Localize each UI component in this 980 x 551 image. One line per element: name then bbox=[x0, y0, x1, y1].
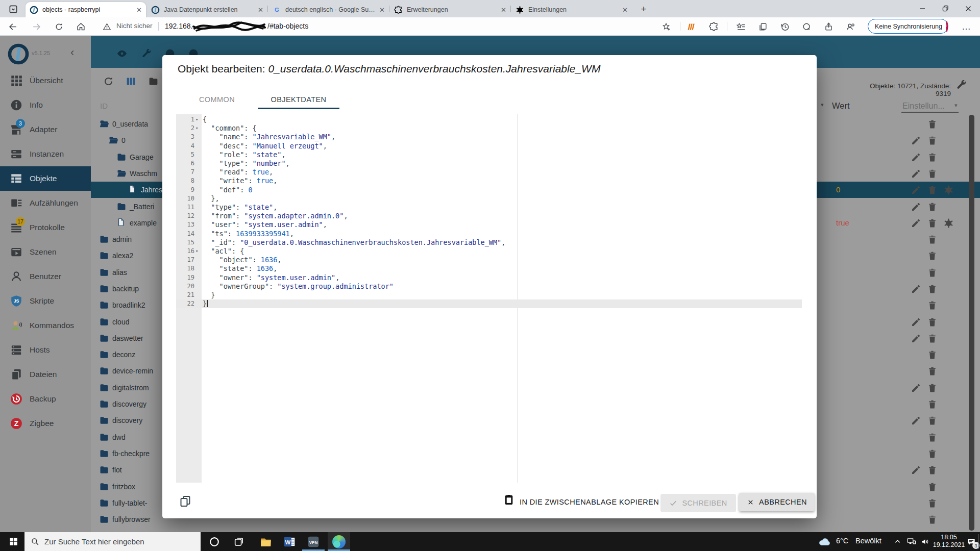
clock[interactable]: 18:05 19.12.2021 bbox=[932, 534, 966, 549]
trash-icon[interactable] bbox=[926, 447, 938, 460]
trash-icon[interactable] bbox=[926, 464, 938, 476]
security-label[interactable]: Nicht sicher bbox=[116, 22, 153, 30]
trash-icon[interactable] bbox=[926, 513, 938, 525]
sidebar-item--bersicht[interactable]: Übersicht bbox=[0, 68, 91, 93]
taskview-app[interactable] bbox=[228, 532, 250, 551]
trash-icon[interactable] bbox=[926, 497, 938, 509]
edit-icon[interactable] bbox=[910, 382, 922, 394]
back-icon[interactable] bbox=[6, 20, 19, 33]
tab-close-icon[interactable]: ✕ bbox=[258, 7, 263, 13]
edit-icon[interactable] bbox=[910, 167, 922, 180]
trash-icon[interactable] bbox=[926, 398, 938, 410]
edit-icon[interactable] bbox=[910, 414, 922, 427]
sidebar-item-adapter[interactable]: 3Adapter bbox=[0, 117, 91, 142]
copy-to-clipboard-button[interactable]: IN DIE ZWISCHENABLAGE KOPIEREN bbox=[520, 498, 659, 506]
edit-icon[interactable] bbox=[910, 201, 922, 213]
profiles-icon[interactable] bbox=[844, 20, 857, 33]
tab-close-icon[interactable]: ✕ bbox=[501, 7, 506, 13]
trash-icon[interactable] bbox=[926, 481, 938, 493]
edit-icon[interactable] bbox=[910, 332, 922, 344]
edit-icon[interactable] bbox=[910, 464, 922, 476]
wrench-icon[interactable] bbox=[141, 48, 152, 59]
tab-objektdaten[interactable]: OBJEKTDATEN bbox=[258, 91, 339, 108]
trash-icon[interactable] bbox=[926, 266, 938, 279]
state-value[interactable]: 0 bbox=[836, 185, 840, 194]
sidebar-item-info[interactable]: Info bbox=[0, 93, 91, 117]
refresh-icon[interactable] bbox=[52, 20, 65, 33]
trash-icon[interactable] bbox=[926, 167, 938, 180]
browser-tab[interactable]: Java Datenpunkt erstellen✕ bbox=[147, 2, 267, 17]
word-app[interactable]: W bbox=[278, 532, 301, 551]
settings-wrench-icon[interactable] bbox=[955, 79, 967, 91]
vpn-app[interactable]: VPN bbox=[302, 532, 325, 551]
forward-icon[interactable] bbox=[30, 20, 43, 33]
taskbar-search[interactable]: Zur Suche Text hier eingeben bbox=[24, 532, 201, 551]
weather-condition[interactable]: Bewölkt bbox=[855, 537, 881, 545]
sidebar-item-aufz-hlungen[interactable]: Aufzählungen bbox=[0, 191, 91, 215]
gear-small-icon[interactable] bbox=[942, 217, 954, 229]
trash-icon[interactable] bbox=[926, 382, 938, 394]
edit-icon[interactable] bbox=[910, 134, 922, 146]
puzzle-extension-icon[interactable] bbox=[707, 20, 720, 33]
history-icon[interactable] bbox=[778, 20, 791, 33]
edge-app[interactable] bbox=[328, 532, 350, 551]
fold-icon[interactable]: ▾ bbox=[195, 115, 198, 124]
column-header-settings[interactable]: Einstellun... bbox=[902, 102, 945, 111]
json-editor[interactable]: 1▾{2▾ "common": {3 "name": "Jahresvariab… bbox=[176, 114, 802, 483]
tab-close-icon[interactable]: ✕ bbox=[136, 7, 142, 13]
sort-caret-icon[interactable]: ▾ bbox=[821, 102, 824, 108]
copy-pages-icon[interactable] bbox=[179, 495, 191, 507]
sidebar-item-objekte[interactable]: Objekte bbox=[0, 166, 91, 191]
collapse-sidebar-icon[interactable]: ‹ bbox=[70, 46, 74, 59]
sidebar-item-zigbee[interactable]: ZZigbee bbox=[0, 411, 91, 436]
trash-icon[interactable] bbox=[926, 283, 938, 295]
column-header-id[interactable]: ID bbox=[100, 102, 108, 110]
scrollbar[interactable] bbox=[969, 115, 974, 531]
browser-tab[interactable]: Erweiterungen✕ bbox=[390, 2, 510, 17]
network-icon[interactable] bbox=[904, 532, 918, 551]
folder-icon[interactable] bbox=[148, 76, 159, 87]
sidebar-item-skripte[interactable]: JSSkripte bbox=[0, 289, 91, 313]
explorer-app[interactable] bbox=[255, 532, 277, 551]
trash-icon[interactable] bbox=[926, 348, 938, 361]
tab-close-icon[interactable]: ✕ bbox=[622, 7, 628, 13]
trash-icon[interactable] bbox=[926, 299, 938, 311]
trash-icon[interactable] bbox=[926, 365, 938, 377]
show-desktop-divider[interactable] bbox=[978, 534, 979, 549]
tab-close-icon[interactable]: ✕ bbox=[379, 7, 385, 13]
url-suffix[interactable]: /#tab-objects bbox=[267, 22, 308, 30]
collections-icon[interactable] bbox=[756, 20, 769, 33]
new-tab-button[interactable]: + bbox=[637, 3, 650, 16]
sidebar-item-dateien[interactable]: Dateien bbox=[0, 362, 91, 387]
clipboard-icon[interactable] bbox=[503, 494, 514, 505]
trash-icon[interactable] bbox=[926, 201, 938, 213]
edit-icon[interactable] bbox=[910, 316, 922, 328]
menu-icon[interactable]: … bbox=[960, 20, 973, 33]
sidebar-item-instanzen[interactable]: Instanzen bbox=[0, 142, 91, 166]
cortana-app[interactable] bbox=[203, 532, 226, 551]
edit-icon[interactable] bbox=[910, 283, 922, 295]
url-text[interactable]: 192.168. bbox=[165, 22, 193, 30]
trash-icon[interactable] bbox=[926, 184, 938, 196]
close-button[interactable] bbox=[957, 0, 979, 17]
share-icon[interactable] bbox=[822, 20, 835, 33]
sidebar-item-backup[interactable]: Backup bbox=[0, 387, 91, 411]
browser-tab[interactable]: Gdeutsch englisch - Google Suche✕ bbox=[268, 2, 389, 17]
trash-icon[interactable] bbox=[926, 118, 938, 130]
sync-button[interactable]: Keine Synchronisierung bbox=[868, 19, 948, 34]
browser-tab[interactable]: Einstellungen✕ bbox=[511, 2, 632, 17]
sidebar-item-benutzer[interactable]: Benutzer bbox=[0, 264, 91, 289]
state-value[interactable]: true bbox=[836, 218, 849, 227]
weather-cloud-icon[interactable] bbox=[817, 532, 832, 551]
write-button[interactable]: SCHREIBEN bbox=[660, 494, 736, 512]
browser-tab[interactable]: objects - raspberrypi✕ bbox=[26, 2, 146, 17]
cancel-button[interactable]: ABBRECHEN bbox=[739, 493, 815, 511]
home-icon[interactable] bbox=[74, 20, 87, 33]
trash-icon[interactable] bbox=[926, 217, 938, 229]
weather-temp[interactable]: 6°C bbox=[836, 537, 848, 545]
trash-icon[interactable] bbox=[926, 431, 938, 443]
sidebar-item-protokolle[interactable]: 17Protokolle bbox=[0, 215, 91, 240]
edit-icon[interactable] bbox=[910, 217, 922, 229]
columns-icon[interactable] bbox=[126, 76, 136, 87]
sidebar-item-szenen[interactable]: Szenen bbox=[0, 240, 91, 264]
